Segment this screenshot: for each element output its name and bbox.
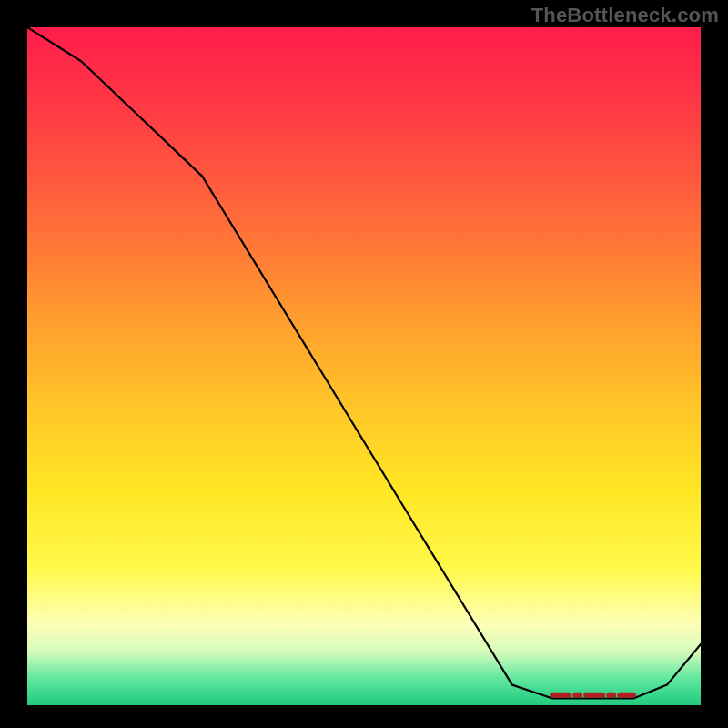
curve-line: [27, 27, 701, 699]
chart-svg: [27, 27, 701, 705]
plot-area: [27, 27, 701, 705]
watermark-text: TheBottleneck.com: [531, 4, 719, 27]
chart-frame: TheBottleneck.com: [0, 0, 728, 728]
